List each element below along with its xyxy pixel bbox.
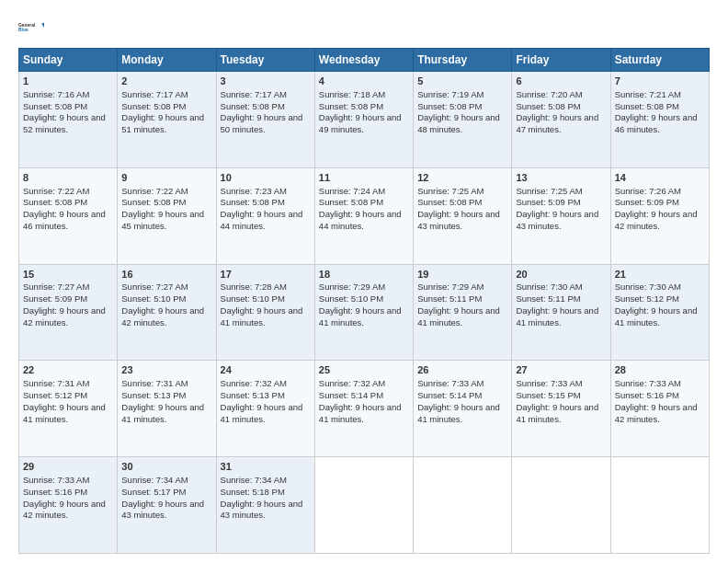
daylight: Daylight: 9 hours and 41 minutes. <box>615 305 698 327</box>
daylight: Daylight: 9 hours and 41 minutes. <box>121 402 204 424</box>
sunrise: Sunrise: 7:31 AM <box>23 378 89 388</box>
header: General Blue <box>18 15 710 40</box>
day-number: 15 <box>23 268 113 282</box>
sunset: Sunset: 5:08 PM <box>516 101 580 111</box>
day-number: 7 <box>615 75 705 88</box>
calendar-table: SundayMondayTuesdayWednesdayThursdayFrid… <box>18 48 710 554</box>
day-number: 22 <box>23 363 113 377</box>
day-cell-19: 19Sunrise: 7:29 AMSunset: 5:11 PMDayligh… <box>414 264 512 361</box>
sunset: Sunset: 5:14 PM <box>417 390 482 400</box>
daylight: Daylight: 9 hours and 43 minutes. <box>417 209 500 231</box>
empty-cell <box>610 457 709 554</box>
day-cell-18: 18Sunrise: 7:29 AMSunset: 5:10 PMDayligh… <box>314 264 413 361</box>
daylight: Daylight: 9 hours and 42 minutes. <box>23 305 106 327</box>
sunset: Sunset: 5:08 PM <box>23 101 87 111</box>
daylight: Daylight: 9 hours and 41 minutes. <box>319 305 402 327</box>
daylight: Daylight: 9 hours and 42 minutes. <box>615 402 698 424</box>
col-header-friday: Friday <box>512 49 610 72</box>
daylight: Daylight: 9 hours and 51 minutes. <box>121 112 204 134</box>
day-cell-3: 3Sunrise: 7:17 AMSunset: 5:08 PMDaylight… <box>216 72 314 168</box>
sunset: Sunset: 5:16 PM <box>615 390 679 400</box>
day-cell-26: 26Sunrise: 7:33 AMSunset: 5:14 PMDayligh… <box>414 361 512 457</box>
day-number: 30 <box>121 460 211 474</box>
sunrise: Sunrise: 7:24 AM <box>319 186 385 196</box>
sunrise: Sunrise: 7:33 AM <box>417 378 483 388</box>
sunset: Sunset: 5:08 PM <box>121 101 186 111</box>
col-header-thursday: Thursday <box>414 49 512 72</box>
daylight: Daylight: 9 hours and 43 minutes. <box>516 209 598 231</box>
sunrise: Sunrise: 7:19 AM <box>417 89 483 99</box>
daylight: Daylight: 9 hours and 45 minutes. <box>121 209 204 231</box>
day-cell-5: 5Sunrise: 7:19 AMSunset: 5:08 PMDaylight… <box>414 72 512 168</box>
sunrise: Sunrise: 7:33 AM <box>23 475 89 485</box>
day-number: 27 <box>516 363 606 377</box>
day-number: 12 <box>417 171 507 185</box>
daylight: Daylight: 9 hours and 43 minutes. <box>221 499 303 521</box>
logo-icon: General Blue <box>18 15 44 40</box>
day-cell-23: 23Sunrise: 7:31 AMSunset: 5:13 PMDayligh… <box>118 361 216 457</box>
day-cell-6: 6Sunrise: 7:20 AMSunset: 5:08 PMDaylight… <box>512 72 610 168</box>
sunrise: Sunrise: 7:33 AM <box>516 378 582 388</box>
sunset: Sunset: 5:10 PM <box>221 293 285 304</box>
day-cell-14: 14Sunrise: 7:26 AMSunset: 5:09 PMDayligh… <box>610 167 709 264</box>
col-header-saturday: Saturday <box>610 49 709 72</box>
daylight: Daylight: 9 hours and 46 minutes. <box>615 112 698 134</box>
day-number: 9 <box>121 171 211 185</box>
col-header-tuesday: Tuesday <box>216 49 314 72</box>
daylight: Daylight: 9 hours and 52 minutes. <box>23 112 106 134</box>
day-cell-12: 12Sunrise: 7:25 AMSunset: 5:08 PMDayligh… <box>414 167 512 264</box>
day-number: 1 <box>23 75 113 88</box>
sunset: Sunset: 5:13 PM <box>121 390 186 400</box>
day-cell-20: 20Sunrise: 7:30 AMSunset: 5:11 PMDayligh… <box>512 264 610 361</box>
sunset: Sunset: 5:09 PM <box>516 197 580 207</box>
sunset: Sunset: 5:09 PM <box>23 293 87 304</box>
sunset: Sunset: 5:14 PM <box>319 390 383 400</box>
sunset: Sunset: 5:11 PM <box>516 293 580 304</box>
empty-cell <box>314 457 413 554</box>
day-number: 6 <box>516 75 606 88</box>
day-cell-25: 25Sunrise: 7:32 AMSunset: 5:14 PMDayligh… <box>314 361 413 457</box>
day-number: 26 <box>417 363 507 377</box>
svg-text:Blue: Blue <box>18 28 28 32</box>
daylight: Daylight: 9 hours and 49 minutes. <box>319 112 402 134</box>
sunrise: Sunrise: 7:18 AM <box>319 89 385 99</box>
day-cell-11: 11Sunrise: 7:24 AMSunset: 5:08 PMDayligh… <box>314 167 413 264</box>
sunrise: Sunrise: 7:26 AM <box>615 186 681 196</box>
day-cell-17: 17Sunrise: 7:28 AMSunset: 5:10 PMDayligh… <box>216 264 314 361</box>
sunset: Sunset: 5:12 PM <box>615 293 679 304</box>
sunset: Sunset: 5:11 PM <box>417 293 482 304</box>
sunset: Sunset: 5:12 PM <box>23 390 87 400</box>
sunset: Sunset: 5:08 PM <box>221 101 285 111</box>
daylight: Daylight: 9 hours and 41 minutes. <box>221 402 303 424</box>
day-cell-8: 8Sunrise: 7:22 AMSunset: 5:08 PMDaylight… <box>19 167 118 264</box>
sunset: Sunset: 5:08 PM <box>121 197 186 207</box>
day-cell-1: 1Sunrise: 7:16 AMSunset: 5:08 PMDaylight… <box>19 72 118 168</box>
sunset: Sunset: 5:08 PM <box>417 197 482 207</box>
day-number: 13 <box>516 171 606 185</box>
sunset: Sunset: 5:08 PM <box>23 197 87 207</box>
day-cell-9: 9Sunrise: 7:22 AMSunset: 5:08 PMDaylight… <box>118 167 216 264</box>
day-cell-31: 31Sunrise: 7:34 AMSunset: 5:18 PMDayligh… <box>216 457 314 554</box>
sunset: Sunset: 5:08 PM <box>319 197 383 207</box>
sunset: Sunset: 5:17 PM <box>121 487 186 497</box>
day-number: 21 <box>615 268 705 282</box>
day-cell-29: 29Sunrise: 7:33 AMSunset: 5:16 PMDayligh… <box>19 457 118 554</box>
day-cell-30: 30Sunrise: 7:34 AMSunset: 5:17 PMDayligh… <box>118 457 216 554</box>
day-number: 31 <box>221 460 311 474</box>
day-number: 19 <box>417 268 507 282</box>
day-number: 24 <box>221 363 311 377</box>
sunset: Sunset: 5:08 PM <box>319 101 383 111</box>
day-number: 20 <box>516 268 606 282</box>
svg-text:General: General <box>18 23 36 28</box>
day-cell-28: 28Sunrise: 7:33 AMSunset: 5:16 PMDayligh… <box>610 361 709 457</box>
day-cell-4: 4Sunrise: 7:18 AMSunset: 5:08 PMDaylight… <box>314 72 413 168</box>
daylight: Daylight: 9 hours and 42 minutes. <box>615 209 698 231</box>
day-number: 2 <box>121 75 211 88</box>
daylight: Daylight: 9 hours and 44 minutes. <box>221 209 303 231</box>
daylight: Daylight: 9 hours and 41 minutes. <box>417 305 500 327</box>
sunset: Sunset: 5:10 PM <box>319 293 383 304</box>
daylight: Daylight: 9 hours and 44 minutes. <box>319 209 402 231</box>
sunrise: Sunrise: 7:22 AM <box>23 186 89 196</box>
day-cell-2: 2Sunrise: 7:17 AMSunset: 5:08 PMDaylight… <box>118 72 216 168</box>
col-header-wednesday: Wednesday <box>314 49 413 72</box>
